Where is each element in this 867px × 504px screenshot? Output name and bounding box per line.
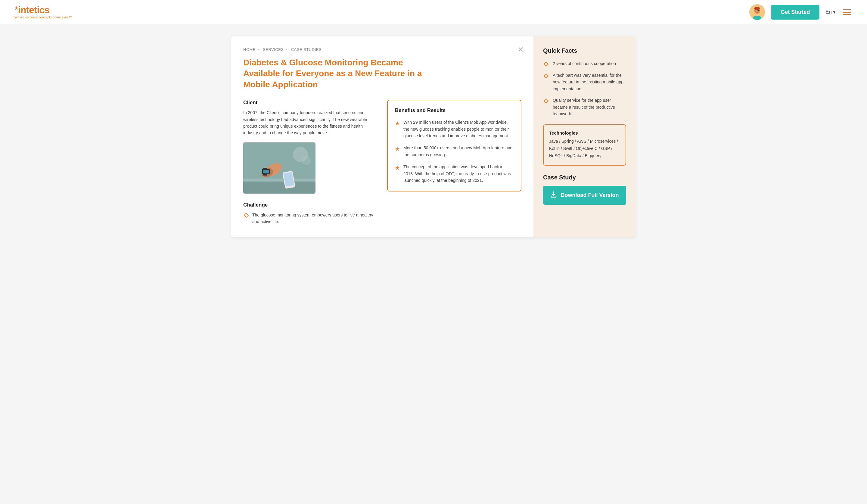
fact-text-3: Quality service for the app user became …: [553, 97, 626, 117]
challenge-section-title: Challenge: [243, 202, 377, 208]
client-text: In 2007, the Client's company founders r…: [243, 109, 377, 136]
svg-point-5: [758, 10, 759, 11]
main-content: HOME < SERVICES < CASE STUDIES ✕ Diabete…: [217, 24, 650, 249]
benefit-item-1: ★ With 29 million users of the Client's …: [395, 119, 514, 139]
client-image: [243, 142, 315, 194]
benefit-item-2: ★ More than 50,000+ users tried a new Mo…: [395, 144, 514, 158]
breadcrumb-sep-2: <: [286, 47, 289, 52]
breadcrumb: HOME < SERVICES < CASE STUDIES: [243, 47, 522, 52]
download-full-version-button[interactable]: Download Full Version: [543, 186, 626, 205]
svg-rect-26: [544, 99, 548, 103]
header: ★intetics Where software concepts come a…: [0, 0, 867, 24]
breadcrumb-sep-1: <: [258, 47, 260, 52]
benefit-text-3: The concept of the application was devel…: [403, 163, 514, 184]
breadcrumb-services[interactable]: SERVICES: [263, 47, 284, 52]
benefit-star-1: ★: [395, 119, 400, 128]
fact-text-1: 2 years of continuous cooperation: [553, 60, 616, 67]
svg-rect-24: [544, 62, 548, 66]
technologies-title: Technologies: [549, 130, 620, 136]
right-sidebar: Quick Facts 2 years of continuous cooper…: [533, 36, 636, 237]
logo-text: ★intetics: [14, 5, 72, 15]
challenge-item: The glucose monitoring system empowers u…: [243, 212, 377, 225]
hamburger-line-1: [843, 9, 851, 10]
svg-point-9: [756, 12, 759, 13]
get-started-button[interactable]: Get Started: [771, 5, 820, 20]
challenge-diamond-icon: [243, 212, 249, 218]
logo-tagline: Where software concepts come alive™: [14, 15, 72, 19]
fact-item-3: Quality service for the app user became …: [543, 97, 626, 117]
hamburger-menu-button[interactable]: [842, 8, 853, 16]
client-section-title: Client: [243, 100, 377, 106]
fact-text-2: A tech part was very essential for the n…: [553, 72, 626, 92]
svg-point-2: [754, 7, 760, 10]
technologies-text: Java / Spring / AWS / Microservices / Ko…: [549, 138, 620, 159]
svg-rect-18: [263, 174, 267, 175]
benefit-star-2: ★: [395, 145, 400, 153]
avatar[interactable]: [749, 4, 765, 20]
download-label: Download Full Version: [560, 192, 619, 199]
breadcrumb-home[interactable]: HOME: [243, 47, 256, 52]
svg-rect-12: [243, 182, 315, 194]
svg-rect-23: [244, 213, 248, 217]
breadcrumb-case-studies[interactable]: CASE STUDIES: [291, 47, 321, 52]
benefits-title: Benefits and Results: [395, 107, 514, 114]
hamburger-line-2: [843, 12, 851, 13]
benefit-star-3: ★: [395, 164, 400, 172]
benefit-text-1: With 29 million users of the Client's Mo…: [403, 119, 514, 139]
svg-point-4: [756, 10, 756, 11]
left-col: Client In 2007, the Client's company fou…: [243, 100, 377, 225]
hamburger-line-3: [843, 14, 851, 15]
left-panel: HOME < SERVICES < CASE STUDIES ✕ Diabete…: [231, 36, 533, 237]
fact-diamond-3: [543, 98, 549, 104]
modal-card: HOME < SERVICES < CASE STUDIES ✕ Diabete…: [231, 36, 636, 237]
benefit-text-2: More than 50,000+ users tried a new Mob …: [403, 144, 514, 158]
logo-star: ★: [14, 6, 18, 11]
language-selector[interactable]: En ▾: [825, 9, 836, 15]
fact-diamond-2: [543, 73, 549, 79]
case-study-section-title: Case Study: [543, 174, 626, 181]
benefits-box: Benefits and Results ★ With 29 million u…: [387, 100, 522, 192]
svg-rect-17: [263, 168, 267, 170]
header-right: Get Started En ▾: [749, 4, 853, 20]
benefit-item-3: ★ The concept of the application was dev…: [395, 163, 514, 184]
challenge-text: The glucose monitoring system empowers u…: [252, 212, 377, 225]
svg-point-22: [302, 156, 311, 165]
fact-diamond-1: [543, 61, 549, 67]
right-col: Benefits and Results ★ With 29 million u…: [387, 100, 522, 225]
quick-facts-title: Quick Facts: [543, 47, 626, 54]
logo[interactable]: ★intetics Where software concepts come a…: [14, 5, 72, 19]
fact-item-2: A tech part was very essential for the n…: [543, 72, 626, 92]
content-grid: Client In 2007, the Client's company fou…: [243, 100, 522, 225]
case-title: Diabetes & Glucose Monitoring Became Ava…: [243, 57, 424, 90]
close-button[interactable]: ✕: [518, 46, 524, 53]
download-icon: [550, 191, 557, 199]
svg-rect-16: [263, 170, 269, 173]
fact-item-1: 2 years of continuous cooperation: [543, 60, 626, 67]
svg-rect-25: [544, 74, 548, 78]
technologies-box: Technologies Java / Spring / AWS / Micro…: [543, 124, 626, 165]
